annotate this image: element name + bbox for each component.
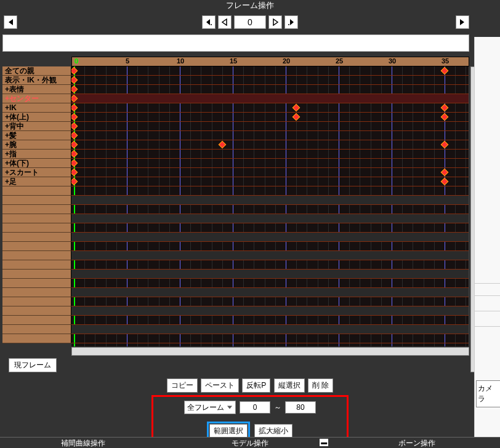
track-label[interactable]: +IK: [2, 103, 71, 113]
reverse-paste-button[interactable]: 反転P: [242, 378, 270, 393]
track-row-empty: [71, 260, 469, 270]
prev-key-button[interactable]: [202, 15, 216, 29]
track-label[interactable]: +背中: [2, 122, 71, 131]
delete-button[interactable]: 削 除: [308, 378, 333, 393]
track-label[interactable]: +腕: [2, 140, 71, 150]
keyframe-diamond[interactable]: [441, 67, 449, 75]
range-select-button[interactable]: 範囲選択: [209, 424, 248, 438]
vertical-select-button[interactable]: 縦選択: [274, 378, 305, 393]
track-row[interactable]: [71, 177, 469, 186]
keyframe-diamond[interactable]: [218, 141, 226, 149]
track-row[interactable]: [71, 150, 469, 159]
track-label-empty: [2, 214, 71, 223]
track-label-empty: [2, 242, 71, 251]
track-label[interactable]: +指: [2, 150, 71, 159]
keyframe-diamond[interactable]: [441, 104, 449, 112]
side-panel: カメラ: [474, 37, 500, 437]
frame-scope-select[interactable]: 全フレーム: [184, 401, 236, 414]
range-from-input[interactable]: [240, 401, 270, 414]
track-row[interactable]: [71, 131, 469, 140]
scale-button[interactable]: 拡大縮小: [254, 424, 292, 438]
keyframe-diamond[interactable]: [71, 141, 78, 149]
goto-first-button[interactable]: [4, 15, 17, 29]
track-row[interactable]: [71, 76, 469, 85]
track-row[interactable]: [71, 168, 469, 177]
keyframe-diamond[interactable]: [71, 178, 78, 186]
tab-bone[interactable]: ボーン操作: [333, 437, 500, 448]
keyframe-diamond[interactable]: [71, 132, 78, 140]
keyframe-grid[interactable]: [71, 66, 469, 346]
track-row-empty: [71, 251, 469, 260]
current-frame-input[interactable]: [234, 15, 266, 29]
track-label[interactable]: +体(上): [2, 113, 71, 122]
keyframe-diamond[interactable]: [71, 104, 78, 112]
frame-ruler[interactable]: 05101520253035: [2, 57, 469, 66]
track-row[interactable]: [71, 66, 469, 76]
track-label-empty: [2, 288, 71, 297]
track-row[interactable]: [71, 94, 469, 103]
track-label[interactable]: 表示・IK・外観: [2, 76, 71, 85]
camera-button[interactable]: カメラ: [476, 380, 500, 407]
ruler-tick: 0: [75, 57, 78, 65]
horizontal-scrollbar[interactable]: [71, 347, 469, 356]
track-label-empty: [2, 196, 71, 205]
keyframe-diamond[interactable]: [71, 150, 78, 158]
keyframe-diamond[interactable]: [292, 104, 300, 112]
keyframe-diamond[interactable]: [71, 67, 78, 75]
tab-model[interactable]: モデル操作▬: [167, 437, 334, 448]
ruler-tick: 30: [389, 57, 396, 65]
track-row[interactable]: [71, 85, 469, 94]
track-label[interactable]: +センター: [2, 94, 71, 103]
track-label[interactable]: +表情: [2, 85, 71, 94]
ruler-tick: 35: [442, 57, 449, 65]
track-label-empty: [2, 251, 71, 260]
track-label-empty: [2, 334, 71, 343]
track-row[interactable]: [71, 159, 469, 168]
paste-button[interactable]: ペースト: [201, 378, 239, 393]
track-row-empty: [71, 214, 469, 223]
keyframe-diamond[interactable]: [71, 113, 78, 121]
track-label-empty: [2, 316, 71, 325]
keyframe-diamond[interactable]: [441, 141, 449, 149]
track-row-empty: [71, 186, 469, 196]
tab-interpolation[interactable]: 補間曲線操作: [0, 437, 167, 448]
track-row-empty: [71, 205, 469, 214]
keyframe-diamond[interactable]: [71, 76, 78, 84]
track-label[interactable]: 全ての親: [2, 66, 71, 76]
ruler-tick: 20: [283, 57, 290, 65]
track-label[interactable]: +足: [2, 177, 71, 186]
next-frame-button[interactable]: [268, 15, 282, 29]
track-label-empty: [2, 297, 71, 306]
keyframe-diamond[interactable]: [71, 169, 78, 177]
track-label-empty: [2, 270, 71, 279]
keyframe-diamond[interactable]: [292, 113, 300, 121]
track-row[interactable]: [71, 140, 469, 150]
track-row-empty: [71, 288, 469, 297]
keyframe-diamond[interactable]: [441, 178, 449, 186]
keyframe-diamond[interactable]: [71, 159, 78, 167]
minimize-icon[interactable]: ▬: [320, 439, 328, 446]
copy-button[interactable]: コピー: [167, 378, 198, 393]
next-key-button[interactable]: [284, 15, 298, 29]
ruler-tick: 5: [126, 57, 129, 65]
track-row[interactable]: [71, 113, 469, 122]
keyframe-diamond[interactable]: [71, 86, 78, 94]
keyframe-diamond[interactable]: [441, 113, 449, 121]
prev-frame-button[interactable]: [218, 15, 232, 29]
range-to-input[interactable]: [285, 401, 316, 414]
track-label[interactable]: +体(下): [2, 159, 71, 168]
keyframe-diamond[interactable]: [441, 169, 449, 177]
goto-last-button[interactable]: [456, 15, 469, 29]
track-row[interactable]: [71, 122, 469, 131]
track-label-empty: [2, 223, 71, 233]
track-row-empty: [71, 306, 469, 316]
track-label[interactable]: +髪: [2, 131, 71, 140]
keyframe-diamond[interactable]: [71, 95, 78, 103]
track-label[interactable]: +スカート: [2, 168, 71, 177]
track-row-empty: [71, 223, 469, 233]
timeline: 05101520253035 全ての親表示・IK・外観+表情+センター+IK+体…: [2, 57, 469, 372]
track-label-empty: [2, 306, 71, 316]
track-row[interactable]: [71, 103, 469, 113]
keyframe-diamond[interactable]: [71, 122, 78, 130]
current-frame-button[interactable]: 現フレーム: [9, 358, 57, 372]
